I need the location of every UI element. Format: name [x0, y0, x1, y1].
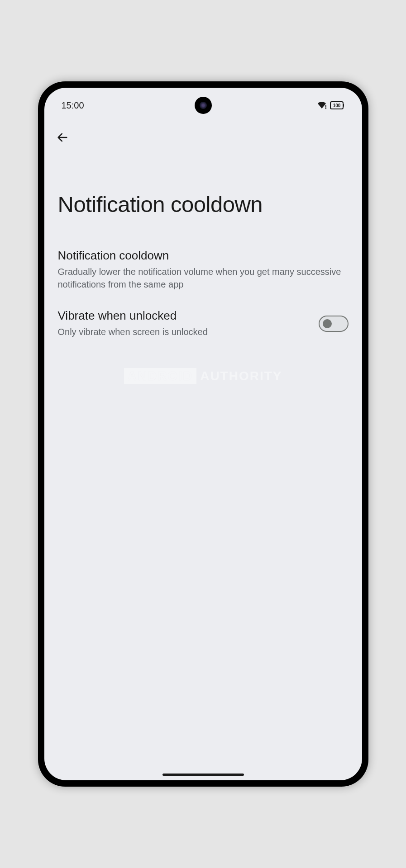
phone-frame: 15:00 100: [38, 81, 368, 787]
settings-item-title: Notification cooldown: [58, 249, 349, 263]
settings-item-subtitle: Only vibrate when screen is unlocked: [58, 326, 310, 338]
watermark: ANDROID AUTHORITY: [124, 368, 282, 384]
page-title-container: Notification cooldown: [44, 151, 362, 240]
settings-list: Notification cooldown Gradually lower th…: [44, 240, 362, 347]
arrow-back-icon: [56, 131, 69, 144]
svg-text:100: 100: [333, 103, 340, 108]
vibrate-toggle[interactable]: [319, 316, 349, 332]
watermark-android: ANDROID: [124, 368, 197, 384]
settings-item-cooldown[interactable]: Notification cooldown Gradually lower th…: [58, 240, 349, 300]
toggle-knob: [323, 319, 332, 328]
navigation-bar-handle[interactable]: [162, 774, 244, 776]
camera-notch: [195, 97, 212, 114]
svg-point-1: [325, 108, 326, 109]
app-bar: [44, 115, 362, 151]
camera-lens: [200, 102, 207, 109]
settings-item-title: Vibrate when unlocked: [58, 309, 310, 323]
wifi-icon: [317, 101, 327, 109]
status-icons: 100: [317, 101, 345, 109]
settings-item-vibrate[interactable]: Vibrate when unlocked Only vibrate when …: [58, 300, 349, 347]
back-button[interactable]: [53, 128, 72, 146]
status-time: 15:00: [62, 100, 84, 111]
watermark-authority: AUTHORITY: [200, 369, 282, 383]
settings-item-subtitle: Gradually lower the notification volume …: [58, 265, 349, 291]
page-title: Notification cooldown: [58, 192, 349, 217]
phone-screen: 15:00 100: [44, 88, 362, 780]
svg-rect-3: [343, 104, 344, 107]
svg-rect-0: [325, 105, 326, 108]
battery-icon: 100: [330, 101, 345, 109]
